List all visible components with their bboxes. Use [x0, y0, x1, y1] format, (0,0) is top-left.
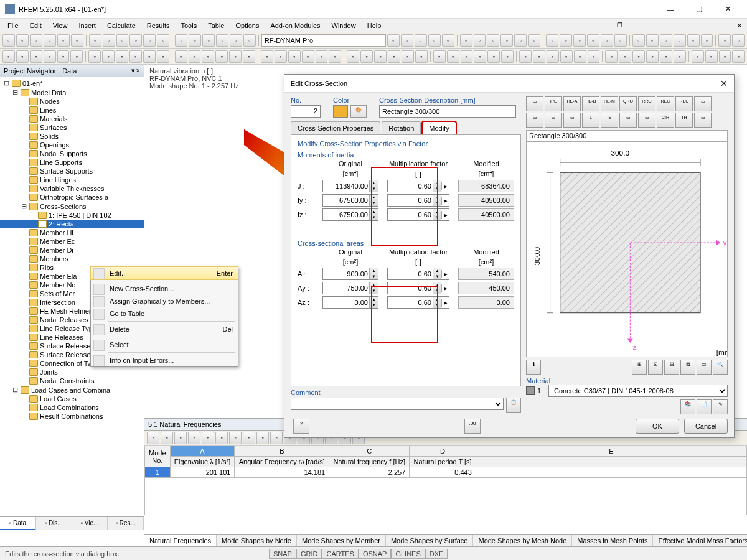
- cs-lib-button[interactable]: REC: [675, 96, 693, 111]
- no-field[interactable]: 2: [291, 105, 321, 118]
- color-picker-button[interactable]: 🎨: [350, 105, 367, 118]
- dialog-help-button[interactable]: ?: [293, 419, 309, 434]
- toolbar-button[interactable]: ▫: [474, 34, 486, 47]
- nav-tab-data[interactable]: ▫ Data: [0, 517, 36, 530]
- factor-spinner[interactable]: ▲▼▸: [387, 268, 449, 280]
- toolbar-button[interactable]: ▫: [442, 34, 454, 47]
- toolbar-button[interactable]: ▫: [646, 50, 659, 63]
- cs-lib-button[interactable]: ▭: [526, 113, 543, 128]
- table-toolbar-button[interactable]: ▫: [161, 432, 173, 444]
- tree-item[interactable]: Line Hinges: [0, 175, 144, 184]
- toolbar-button[interactable]: ▫: [129, 34, 142, 47]
- tree-item[interactable]: Solids: [0, 132, 144, 141]
- toolbar-button[interactable]: ▫: [461, 50, 473, 63]
- table-toolbar-button[interactable]: ▫: [202, 432, 214, 444]
- toolbar-button[interactable]: ▫: [16, 34, 29, 47]
- toolbar-button[interactable]: ▫: [116, 34, 129, 47]
- tree-item[interactable]: Openings: [0, 141, 144, 149]
- tree-item[interactable]: ⊟Model Data: [0, 88, 144, 97]
- material-lib-button[interactable]: 📚: [680, 399, 695, 414]
- toolbar-button[interactable]: ▫: [547, 50, 559, 63]
- preview-tool-1[interactable]: ⊞: [632, 360, 647, 375]
- toolbar-button[interactable]: ▫: [202, 34, 215, 47]
- tree-item[interactable]: Member Hi: [0, 228, 144, 237]
- results-table[interactable]: Mode No. A B C D E Eigenvalue λ [1/s²]An…: [144, 446, 747, 515]
- toolbar-button[interactable]: ▫: [2, 34, 15, 47]
- minimize-button[interactable]: —: [656, 0, 685, 19]
- toolbar-button[interactable]: ▫: [601, 34, 613, 47]
- toolbar-button[interactable]: ▫: [143, 50, 156, 63]
- toolbar-button[interactable]: ▫: [674, 34, 686, 47]
- mdi-close-icon[interactable]: ×: [735, 21, 745, 30]
- toolbar-button[interactable]: ▫: [189, 50, 201, 63]
- cancel-button[interactable]: Cancel: [684, 419, 728, 434]
- toolbar-button[interactable]: ▫: [44, 34, 56, 47]
- toolbar-button[interactable]: ▫: [573, 34, 586, 47]
- toolbar-button[interactable]: ▫: [88, 50, 101, 63]
- toolbar-button[interactable]: ▫: [216, 34, 228, 47]
- table-toolbar-button[interactable]: ▫: [243, 432, 255, 444]
- table-toolbar-button[interactable]: ▫: [270, 432, 283, 444]
- toolbar-button[interactable]: ▫: [500, 34, 513, 47]
- cs-lib-button[interactable]: ▭: [694, 113, 712, 128]
- context-select[interactable]: Select: [91, 338, 238, 351]
- material-edit-button[interactable]: ✎: [713, 399, 728, 414]
- cs-lib-button[interactable]: ▭: [545, 113, 562, 128]
- toolbar-button[interactable]: ▫: [402, 50, 414, 63]
- tree-item[interactable]: Line Supports: [0, 158, 144, 167]
- cs-lib-button[interactable]: QRO: [619, 96, 637, 111]
- toolbar-button[interactable]: ▫: [302, 50, 314, 63]
- tree-item[interactable]: Member Di: [0, 246, 144, 254]
- tree-item[interactable]: Result Combinations: [0, 412, 144, 421]
- toolbar-button[interactable]: ▫: [614, 34, 627, 47]
- result-tab[interactable]: Effective Modal Mass Factors: [653, 535, 747, 546]
- cs-lib-button[interactable]: ▭: [694, 96, 712, 111]
- material-new-button[interactable]: 📄: [697, 399, 712, 414]
- navigator-close-icon[interactable]: ×: [136, 67, 140, 75]
- dialog-close-icon[interactable]: ✕: [720, 78, 728, 88]
- toolbar-button[interactable]: ▫: [129, 50, 142, 63]
- toolbar-button[interactable]: ▫: [674, 50, 686, 63]
- menu-table[interactable]: Table: [203, 21, 229, 30]
- factor-spinner[interactable]: ▲▼▸: [387, 296, 449, 309]
- status-toggle-glines[interactable]: GLINES: [391, 549, 425, 559]
- toolbar-button[interactable]: ▫: [57, 34, 70, 47]
- table-toolbar-button[interactable]: ▫: [229, 432, 242, 444]
- menu-insert[interactable]: Insert: [73, 21, 101, 30]
- toolbar-button[interactable]: ▫: [605, 50, 618, 63]
- menu-results[interactable]: Results: [142, 21, 175, 30]
- toolbar-button[interactable]: ▫: [574, 50, 586, 63]
- nav-tab-res...[interactable]: ▫ Res...: [108, 517, 144, 530]
- toolbar-button[interactable]: ▫: [16, 50, 29, 63]
- dialog-units-button[interactable]: .00: [464, 419, 481, 434]
- toolbar-button[interactable]: ▫: [329, 50, 341, 63]
- comment-input[interactable]: [291, 398, 504, 410]
- nav-tab-dis...[interactable]: ▫ Dis...: [36, 517, 72, 530]
- original-spinner[interactable]: ▲▼: [322, 208, 378, 221]
- factor-spinner[interactable]: ▲▼▸: [387, 208, 449, 221]
- toolbar-button[interactable]: ▫: [44, 50, 56, 63]
- cs-lib-button[interactable]: HE-B: [582, 96, 599, 111]
- toolbar-button[interactable]: ▫: [288, 50, 301, 63]
- cs-lib-button[interactable]: ▭: [638, 113, 655, 128]
- cs-lib-button[interactable]: IS: [601, 113, 618, 128]
- original-spinner[interactable]: ▲▼: [322, 194, 378, 207]
- cs-lib-button[interactable]: ▭: [563, 113, 581, 128]
- tree-item[interactable]: Materials: [0, 114, 144, 123]
- toolbar-button[interactable]: ▫: [501, 50, 514, 63]
- cs-lib-button[interactable]: CIR: [657, 113, 674, 128]
- cs-lib-button[interactable]: TH: [675, 113, 693, 128]
- cs-lib-button[interactable]: ▭: [526, 96, 543, 111]
- toolbar-button[interactable]: ▫: [719, 50, 731, 63]
- menu-options[interactable]: Options: [230, 21, 264, 30]
- toolbar-button[interactable]: ▫: [70, 50, 83, 63]
- cs-lib-button[interactable]: RRO: [638, 96, 655, 111]
- toolbar-button[interactable]: ▫: [243, 50, 255, 63]
- result-tab[interactable]: Mode Shapes by Surface: [386, 535, 474, 546]
- menu-edit[interactable]: Edit: [25, 21, 47, 30]
- tab-rotation[interactable]: Rotation: [382, 121, 421, 134]
- toolbar-button[interactable]: ▫: [116, 50, 128, 63]
- tab-modify[interactable]: Modify: [422, 121, 456, 134]
- toolbar-button[interactable]: ▫: [243, 34, 256, 47]
- maximize-button[interactable]: ▢: [685, 0, 713, 19]
